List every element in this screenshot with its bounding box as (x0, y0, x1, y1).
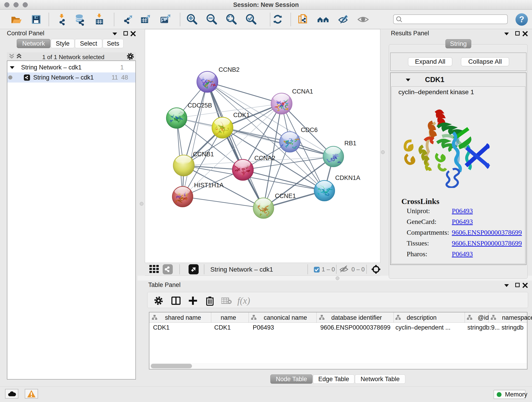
svg-text:CDK1: CDK1 (233, 112, 250, 119)
svg-text:String Network – cdk1: String Network – cdk1 (210, 266, 273, 273)
svg-text:CCNB1: CCNB1 (193, 151, 214, 158)
svg-text:CDC6: CDC6 (301, 127, 318, 133)
svg-text:HIST1H1A: HIST1H1A (194, 182, 224, 189)
svg-text:CDKN1A: CDKN1A (335, 174, 360, 181)
svg-text:CDC25B: CDC25B (188, 102, 212, 109)
svg-text:CCNB2: CCNB2 (219, 66, 240, 73)
svg-text:0 – 0: 0 – 0 (351, 266, 365, 273)
svg-text:CCNA2: CCNA2 (254, 155, 275, 162)
svg-text:CCNA1: CCNA1 (292, 88, 313, 95)
svg-text:1 – 0: 1 – 0 (322, 266, 335, 273)
svg-text:CCNE1: CCNE1 (275, 192, 296, 199)
svg-text:RB1: RB1 (344, 140, 356, 147)
